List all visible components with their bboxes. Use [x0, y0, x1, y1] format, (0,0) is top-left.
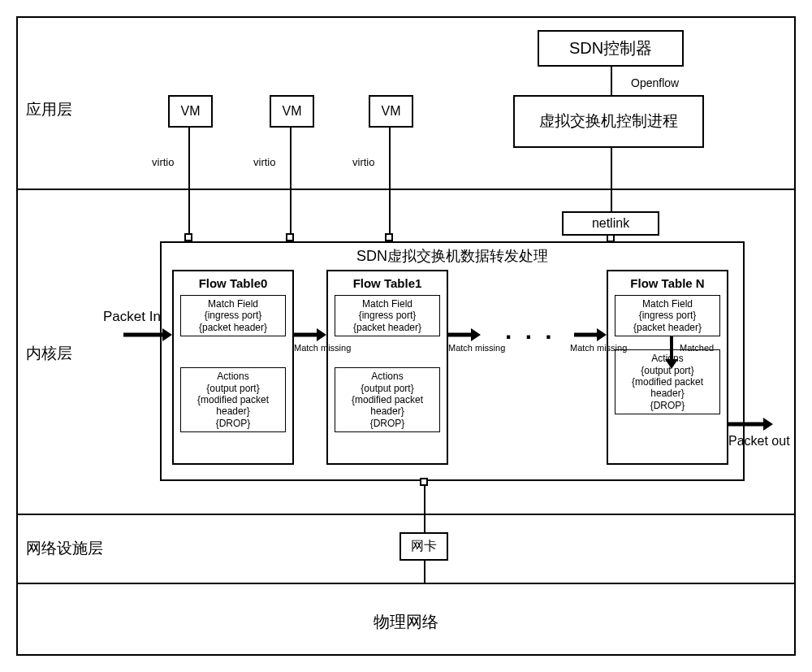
arrow-packet-out: [728, 416, 773, 432]
label-match-missing-2: Match missing: [448, 343, 505, 353]
flow-table-n-match: Match Field {ingress port} {packet heade…: [615, 295, 720, 336]
actions-l3-n: {DROP}: [617, 400, 718, 411]
match-field-h-0: Match Field: [183, 298, 283, 310]
line-virtio-2: [290, 128, 292, 233]
flow-table-0: Flow Table0 Match Field {ingress port} {…: [172, 270, 294, 465]
line-switch-to-nic: [424, 486, 425, 535]
flow-table-0-actions: Actions {output port} {modified packet h…: [180, 367, 286, 432]
match-field-l2-n: {packet header}: [617, 322, 718, 333]
label-kernel-layer: 内核层: [26, 343, 72, 364]
match-field-l2-1: {packet header}: [337, 322, 438, 333]
separator-2: [18, 514, 794, 515]
label-packet-out: Packet out: [728, 434, 790, 449]
match-missing-2-text: Match missing: [448, 343, 505, 353]
box-vm-1: VM: [168, 95, 213, 128]
match-missing-3-text: Match missing: [570, 343, 627, 353]
label-match-missing-1: Match missing: [294, 343, 351, 353]
port-virtio-3: [385, 233, 393, 241]
label-packet-in: Packet In: [103, 309, 161, 325]
actions-l2-1: {modified packet header}: [337, 394, 438, 418]
vswitch-control-process-text: 虚拟交换机控制进程: [539, 111, 678, 132]
port-virtio-1: [184, 233, 192, 241]
svg-marker-1: [162, 328, 172, 341]
svg-marker-7: [597, 328, 607, 341]
box-nic: 网卡: [400, 532, 448, 561]
match-missing-1-text: Match missing: [294, 343, 351, 353]
actions-l1-0: {output port}: [183, 383, 283, 394]
line-process-to-netlink: [611, 148, 612, 211]
arrow-dots-ftn: [574, 327, 607, 343]
box-vm-2: VM: [270, 95, 314, 128]
label-network-facility-layer: 网络设施层: [26, 538, 103, 559]
box-sdn-controller: SDN控制器: [538, 30, 684, 67]
separator-1: [18, 189, 794, 190]
actions-h-1: Actions: [337, 371, 438, 382]
svg-marker-3: [317, 328, 326, 341]
label-match-missing-3: Match missing: [570, 343, 627, 353]
svg-marker-11: [763, 418, 773, 431]
match-field-h-1: Match Field: [337, 298, 438, 310]
flow-table-1-match: Match Field {ingress port} {packet heade…: [335, 295, 440, 336]
label-app-layer: 应用层: [26, 99, 72, 120]
match-field-h-n: Match Field: [617, 298, 718, 310]
svg-marker-5: [471, 328, 481, 341]
arrow-ft1-dots: [448, 327, 481, 343]
label-virtio-3: virtio: [352, 156, 374, 168]
match-field-l1-1: {ingress port}: [337, 310, 438, 321]
line-controller-to-process: [611, 67, 612, 95]
label-virtio-2: virtio: [253, 156, 275, 168]
port-virtio-2: [286, 233, 294, 241]
actions-l1-1: {output port}: [337, 383, 438, 394]
match-field-l1-0: {ingress port}: [183, 310, 283, 321]
flow-table-1-actions: Actions {output port} {modified packet h…: [335, 367, 440, 432]
label-virtio-1: virtio: [152, 156, 174, 168]
flow-table-0-match: Match Field {ingress port} {packet heade…: [180, 295, 286, 336]
line-virtio-3: [389, 128, 391, 233]
box-vm-3: VM: [369, 95, 413, 128]
flow-table-1: Flow Table1 Match Field {ingress port} {…: [326, 270, 448, 465]
sdn-architecture-diagram: 应用层 内核层 网络设施层 物理网络 SDN控制器 Openflow 虚拟交换机…: [16, 16, 796, 656]
box-vswitch-control-process: 虚拟交换机控制进程: [513, 95, 704, 148]
match-field-l2-0: {packet header}: [183, 322, 283, 333]
arrow-matched: [663, 336, 680, 369]
actions-l3-1: {DROP}: [337, 418, 438, 429]
port-switch-bottom: [420, 478, 428, 486]
flow-table-n-title: Flow Table N: [608, 271, 727, 292]
actions-h-0: Actions: [183, 371, 283, 382]
separator-3: [18, 583, 794, 584]
flow-table-0-title: Flow Table0: [174, 271, 292, 292]
label-openflow: Openflow: [631, 76, 679, 89]
actions-l2-0: {modified packet header}: [183, 394, 283, 418]
label-matched: Matched: [680, 343, 714, 353]
actions-l2-n: {modified packet header}: [617, 376, 718, 400]
match-field-l1-n: {ingress port}: [617, 310, 718, 321]
arrow-packet-in: [123, 327, 172, 343]
flow-table-1-title: Flow Table1: [328, 271, 447, 292]
line-nic-to-physical: [424, 561, 425, 583]
arrow-ft0-ft1: [294, 327, 326, 343]
box-netlink: netlink: [562, 211, 659, 236]
actions-l3-0: {DROP}: [183, 418, 283, 429]
sdn-vswitch-title: SDN虚拟交换机数据转发处理: [162, 243, 743, 266]
svg-marker-9: [665, 359, 678, 369]
line-virtio-1: [188, 128, 190, 233]
label-physical-network: 物理网络: [18, 611, 794, 633]
dots-ellipsis: . . .: [505, 317, 555, 345]
